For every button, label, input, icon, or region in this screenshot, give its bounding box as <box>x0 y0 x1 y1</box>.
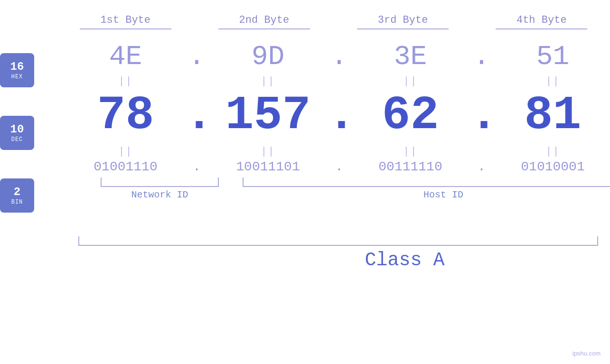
badges-column: 16 HEX 10 DEC 2 BIN <box>0 34 34 232</box>
top-bracket-row <box>68 28 600 29</box>
byte-label-1-text: 1st Byte <box>100 14 150 26</box>
hex-b2-cell: 9D <box>209 42 328 72</box>
dec-b4-cell: 81 <box>494 92 610 140</box>
hex-row: 4E . 9D . 3E . 51 <box>34 41 610 72</box>
bottom-labels: Network ID Host ID <box>101 189 610 200</box>
dec-b3: 62 <box>382 89 439 142</box>
hex-badge-number: 16 <box>10 60 24 74</box>
bin-badge: 2 BIN <box>0 178 34 213</box>
top-bracket-4 <box>496 28 588 29</box>
hex-dot-3: . <box>470 41 494 72</box>
bottom-brackets <box>101 177 610 187</box>
dec-dot-1: . <box>185 89 209 142</box>
hex-dot-1: . <box>185 41 209 72</box>
equals-row-1: || || || || <box>34 73 610 88</box>
equals-row-2: || || || || <box>34 143 610 158</box>
bin-b2-cell: 10011101 <box>209 159 328 175</box>
hex-b3-cell: 3E <box>351 42 470 72</box>
byte-label-4-text: 4th Byte <box>516 14 567 26</box>
network-id-bracket <box>101 177 219 187</box>
bin-row: 01001110 . 10011101 . 00111110 . <box>34 159 610 175</box>
eq2-b3: || <box>351 143 470 158</box>
top-bracket-1 <box>80 28 172 29</box>
byte-label-3-text: 3rd Byte <box>378 14 428 26</box>
hex-b4: 51 <box>536 41 570 72</box>
hex-b4-cell: 51 <box>494 42 610 72</box>
dec-badge-label: DEC <box>11 136 23 143</box>
bottom-section: Network ID Host ID <box>101 177 610 200</box>
dec-b1: 78 <box>97 89 154 142</box>
top-bracket-3 <box>357 28 449 29</box>
content-area: 16 HEX 10 DEC 2 BIN 4E . <box>0 34 610 232</box>
host-id-bracket <box>243 177 610 187</box>
hex-b1: 4E <box>109 41 142 72</box>
hex-b3: 3E <box>394 41 427 72</box>
bin-b3: 00111110 <box>378 159 442 174</box>
bin-badge-label: BIN <box>11 199 23 205</box>
byte-labels-row: 1st Byte 2nd Byte 3rd Byte 4th Byte <box>68 14 600 26</box>
hex-badge-label: HEX <box>11 74 23 80</box>
dec-b3-cell: 62 <box>351 92 470 140</box>
bin-badge-number: 2 <box>14 186 20 199</box>
top-bracket-2 <box>218 28 310 29</box>
eq2-b4: || <box>494 143 610 158</box>
eq2-b2: || <box>209 143 328 158</box>
bin-b1-cell: 01001110 <box>66 159 185 175</box>
watermark: ipshu.com <box>572 350 601 357</box>
bin-b2: 10011101 <box>236 159 300 174</box>
eq1-b2: || <box>209 73 328 88</box>
dec-badge-number: 10 <box>10 123 24 137</box>
hex-badge: 16 HEX <box>0 53 34 87</box>
byte-label-3: 3rd Byte <box>345 14 460 26</box>
eq1-b3: || <box>351 73 470 88</box>
class-bracket-section: Class A <box>78 236 598 271</box>
dec-badge: 10 DEC <box>0 116 34 150</box>
byte-label-2-text: 2nd Byte <box>239 14 290 26</box>
bin-b1: 01001110 <box>94 159 157 174</box>
dec-b2-cell: 157 <box>209 92 328 140</box>
eq1-b1: || <box>66 73 185 88</box>
hex-b1-cell: 4E <box>66 42 185 72</box>
bin-dot-2: . <box>328 159 351 174</box>
eq1-b4: || <box>494 73 610 88</box>
class-label-row: Class A <box>145 250 610 271</box>
host-id-label: Host ID <box>243 189 610 200</box>
bin-dot-1: . <box>185 159 209 174</box>
byte-label-4: 4th Byte <box>484 14 599 26</box>
class-label: Class A <box>365 250 444 271</box>
dec-b2: 157 <box>225 89 310 142</box>
bin-b4: 01010001 <box>521 159 584 174</box>
main-container: 1st Byte 2nd Byte 3rd Byte 4th Byte 16 H… <box>0 0 610 364</box>
class-bracket <box>78 236 598 246</box>
values-area: 4E . 9D . 3E . 51 <box>34 34 610 232</box>
dec-dot-3: . <box>470 89 494 142</box>
byte-label-1: 1st Byte <box>67 14 183 26</box>
dec-b1-cell: 78 <box>66 92 185 140</box>
eq2-b1: || <box>66 143 185 158</box>
dec-dot-2: . <box>328 89 351 142</box>
bin-b4-cell: 01010001 <box>494 159 610 175</box>
hex-b2: 9D <box>252 41 285 72</box>
hex-dot-2: . <box>328 41 351 72</box>
byte-label-2: 2nd Byte <box>206 14 322 26</box>
dec-row: 78 . 157 . 62 . 81 <box>34 89 610 142</box>
bin-dot-3: . <box>470 159 494 174</box>
dec-b4: 81 <box>524 89 581 142</box>
network-id-label: Network ID <box>101 189 219 200</box>
bin-b3-cell: 00111110 <box>351 159 470 175</box>
